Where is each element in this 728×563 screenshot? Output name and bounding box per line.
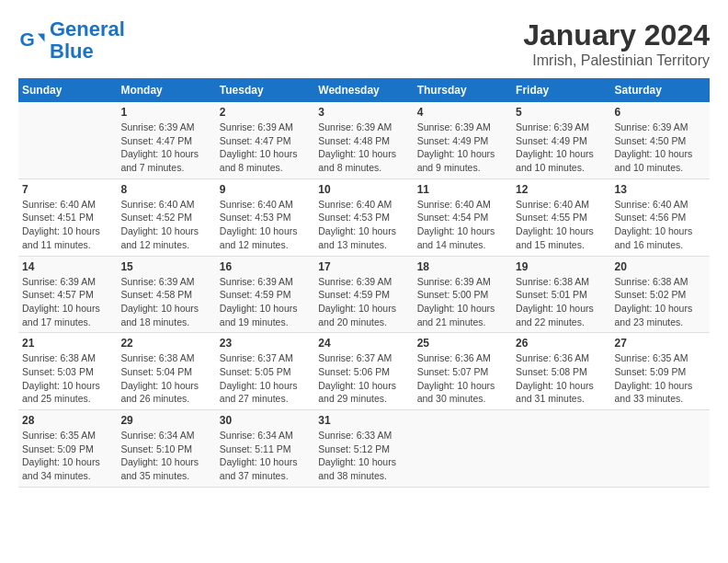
day-info: Sunrise: 6:39 AM Sunset: 4:48 PM Dayligh… <box>318 121 409 175</box>
calendar-cell: 14Sunrise: 6:39 AM Sunset: 4:57 PM Dayli… <box>18 256 117 333</box>
week-row-3: 14Sunrise: 6:39 AM Sunset: 4:57 PM Dayli… <box>18 256 710 333</box>
day-info: Sunrise: 6:35 AM Sunset: 5:09 PM Dayligh… <box>615 351 706 406</box>
day-info: Sunrise: 6:38 AM Sunset: 5:04 PM Dayligh… <box>120 351 211 406</box>
calendar-cell: 12Sunrise: 6:40 AM Sunset: 4:55 PM Dayli… <box>512 178 610 256</box>
day-number: 12 <box>516 183 607 196</box>
calendar-header: SundayMondayTuesdayWednesdayThursdayFrid… <box>18 78 710 102</box>
calendar-cell: 2Sunrise: 6:39 AM Sunset: 4:47 PM Daylig… <box>216 102 314 178</box>
day-info: Sunrise: 6:39 AM Sunset: 5:00 PM Dayligh… <box>417 275 508 329</box>
header-cell-wednesday: Wednesday <box>314 78 413 102</box>
calendar-cell: 3Sunrise: 6:39 AM Sunset: 4:48 PM Daylig… <box>314 102 413 178</box>
calendar-cell: 25Sunrise: 6:36 AM Sunset: 5:07 PM Dayli… <box>414 333 512 410</box>
day-number: 7 <box>22 183 113 196</box>
day-info: Sunrise: 6:39 AM Sunset: 4:47 PM Dayligh… <box>220 121 311 175</box>
day-number: 3 <box>318 106 409 119</box>
calendar-cell: 10Sunrise: 6:40 AM Sunset: 4:53 PM Dayli… <box>314 178 413 256</box>
day-number: 16 <box>220 260 311 273</box>
day-number: 22 <box>120 337 211 350</box>
svg-marker-1 <box>38 34 45 42</box>
calendar-cell: 29Sunrise: 6:34 AM Sunset: 5:10 PM Dayli… <box>117 410 215 488</box>
day-info: Sunrise: 6:39 AM Sunset: 4:49 PM Dayligh… <box>516 121 607 175</box>
header-cell-thursday: Thursday <box>414 78 512 102</box>
day-info: Sunrise: 6:37 AM Sunset: 5:05 PM Dayligh… <box>220 351 311 406</box>
day-info: Sunrise: 6:40 AM Sunset: 4:52 PM Dayligh… <box>120 198 211 252</box>
logo-icon: G <box>18 27 46 54</box>
calendar-cell: 9Sunrise: 6:40 AM Sunset: 4:53 PM Daylig… <box>216 178 314 256</box>
day-number: 30 <box>220 414 311 427</box>
day-number: 10 <box>318 183 409 196</box>
day-number: 23 <box>220 337 311 350</box>
calendar-cell: 8Sunrise: 6:40 AM Sunset: 4:52 PM Daylig… <box>117 178 215 256</box>
day-info: Sunrise: 6:39 AM Sunset: 4:59 PM Dayligh… <box>318 275 409 329</box>
day-info: Sunrise: 6:35 AM Sunset: 5:09 PM Dayligh… <box>22 429 113 483</box>
header-cell-friday: Friday <box>512 78 610 102</box>
calendar-cell: 28Sunrise: 6:35 AM Sunset: 5:09 PM Dayli… <box>18 410 117 488</box>
logo-text: General Blue <box>50 18 125 63</box>
calendar-cell: 20Sunrise: 6:38 AM Sunset: 5:02 PM Dayli… <box>611 256 710 333</box>
day-info: Sunrise: 6:38 AM Sunset: 5:02 PM Dayligh… <box>615 275 706 329</box>
calendar-cell <box>611 410 710 488</box>
day-number: 29 <box>120 414 211 427</box>
day-info: Sunrise: 6:40 AM Sunset: 4:51 PM Dayligh… <box>22 198 113 252</box>
day-info: Sunrise: 6:40 AM Sunset: 4:54 PM Dayligh… <box>417 198 508 252</box>
day-number: 6 <box>615 106 706 119</box>
calendar-cell: 7Sunrise: 6:40 AM Sunset: 4:51 PM Daylig… <box>18 178 117 256</box>
title-block: January 2024 Imrish, Palestinian Territo… <box>523 18 710 69</box>
day-number: 1 <box>120 106 211 119</box>
calendar-cell: 30Sunrise: 6:34 AM Sunset: 5:11 PM Dayli… <box>216 410 314 488</box>
day-info: Sunrise: 6:40 AM Sunset: 4:55 PM Dayligh… <box>516 198 607 252</box>
header-cell-tuesday: Tuesday <box>216 78 314 102</box>
logo-line1: General <box>50 17 125 40</box>
calendar-cell: 16Sunrise: 6:39 AM Sunset: 4:59 PM Dayli… <box>216 256 314 333</box>
day-number: 15 <box>120 260 211 273</box>
day-number: 25 <box>417 337 508 350</box>
logo: G General Blue <box>18 18 125 63</box>
calendar-body: 1Sunrise: 6:39 AM Sunset: 4:47 PM Daylig… <box>18 102 710 487</box>
calendar-cell: 23Sunrise: 6:37 AM Sunset: 5:05 PM Dayli… <box>216 333 314 410</box>
day-info: Sunrise: 6:39 AM Sunset: 4:59 PM Dayligh… <box>220 275 311 329</box>
calendar-cell: 4Sunrise: 6:39 AM Sunset: 4:49 PM Daylig… <box>414 102 512 178</box>
day-number: 2 <box>220 106 311 119</box>
day-number: 20 <box>615 260 706 273</box>
calendar-cell: 21Sunrise: 6:38 AM Sunset: 5:03 PM Dayli… <box>18 333 117 410</box>
day-info: Sunrise: 6:40 AM Sunset: 4:53 PM Dayligh… <box>318 198 409 252</box>
week-row-4: 21Sunrise: 6:38 AM Sunset: 5:03 PM Dayli… <box>18 333 710 410</box>
day-number: 9 <box>220 183 311 196</box>
day-info: Sunrise: 6:39 AM Sunset: 4:58 PM Dayligh… <box>120 275 211 329</box>
calendar-cell: 26Sunrise: 6:36 AM Sunset: 5:08 PM Dayli… <box>512 333 610 410</box>
day-info: Sunrise: 6:34 AM Sunset: 5:11 PM Dayligh… <box>220 429 311 483</box>
calendar-cell: 6Sunrise: 6:39 AM Sunset: 4:50 PM Daylig… <box>611 102 710 178</box>
day-info: Sunrise: 6:38 AM Sunset: 5:03 PM Dayligh… <box>22 351 113 406</box>
calendar-cell: 24Sunrise: 6:37 AM Sunset: 5:06 PM Dayli… <box>314 333 413 410</box>
day-number: 26 <box>516 337 607 350</box>
day-number: 8 <box>120 183 211 196</box>
week-row-1: 1Sunrise: 6:39 AM Sunset: 4:47 PM Daylig… <box>18 102 710 178</box>
calendar-cell: 31Sunrise: 6:33 AM Sunset: 5:12 PM Dayli… <box>314 410 413 488</box>
day-number: 18 <box>417 260 508 273</box>
day-number: 19 <box>516 260 607 273</box>
day-info: Sunrise: 6:39 AM Sunset: 4:47 PM Dayligh… <box>120 121 211 175</box>
day-info: Sunrise: 6:34 AM Sunset: 5:10 PM Dayligh… <box>120 429 211 483</box>
week-row-5: 28Sunrise: 6:35 AM Sunset: 5:09 PM Dayli… <box>18 410 710 488</box>
day-info: Sunrise: 6:40 AM Sunset: 4:56 PM Dayligh… <box>615 198 706 252</box>
calendar-table: SundayMondayTuesdayWednesdayThursdayFrid… <box>18 78 710 488</box>
day-info: Sunrise: 6:37 AM Sunset: 5:06 PM Dayligh… <box>318 351 409 406</box>
calendar-cell: 19Sunrise: 6:38 AM Sunset: 5:01 PM Dayli… <box>512 256 610 333</box>
main-title: January 2024 <box>523 18 710 52</box>
day-number: 5 <box>516 106 607 119</box>
day-number: 31 <box>318 414 409 427</box>
day-info: Sunrise: 6:39 AM Sunset: 4:49 PM Dayligh… <box>417 121 508 175</box>
calendar-cell: 13Sunrise: 6:40 AM Sunset: 4:56 PM Dayli… <box>611 178 710 256</box>
calendar-cell: 15Sunrise: 6:39 AM Sunset: 4:58 PM Dayli… <box>117 256 215 333</box>
header-cell-sunday: Sunday <box>18 78 117 102</box>
calendar-cell: 18Sunrise: 6:39 AM Sunset: 5:00 PM Dayli… <box>414 256 512 333</box>
day-number: 14 <box>22 260 113 273</box>
calendar-cell: 1Sunrise: 6:39 AM Sunset: 4:47 PM Daylig… <box>117 102 215 178</box>
page-header: G General Blue January 2024 Imrish, Pale… <box>18 18 710 69</box>
calendar-cell: 5Sunrise: 6:39 AM Sunset: 4:49 PM Daylig… <box>512 102 610 178</box>
subtitle: Imrish, Palestinian Territory <box>523 52 710 69</box>
svg-text:G: G <box>20 29 35 50</box>
day-info: Sunrise: 6:40 AM Sunset: 4:53 PM Dayligh… <box>220 198 311 252</box>
day-number: 24 <box>318 337 409 350</box>
day-info: Sunrise: 6:36 AM Sunset: 5:08 PM Dayligh… <box>516 351 607 406</box>
